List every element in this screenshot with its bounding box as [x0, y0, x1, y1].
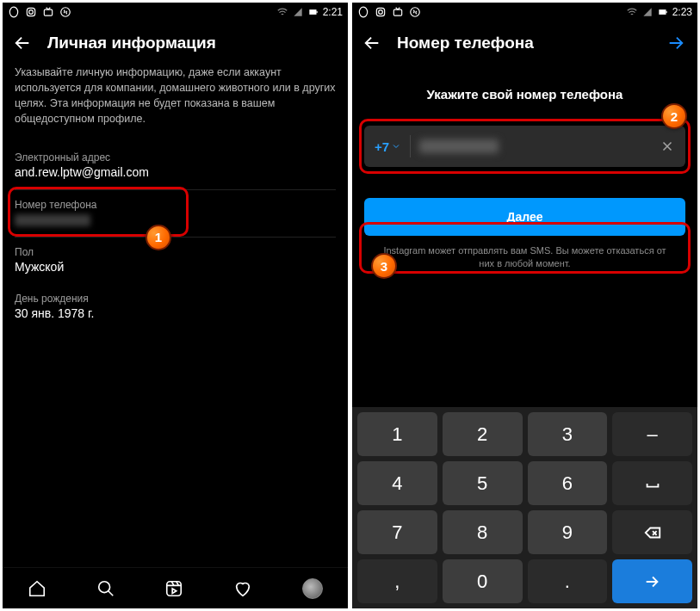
profile-avatar[interactable] [302, 578, 323, 599]
chevron-down-icon [391, 141, 401, 151]
birthday-value: 30 янв. 1978 г. [15, 306, 336, 320]
svg-rect-1 [27, 8, 34, 15]
signal-icon [292, 6, 304, 18]
numeric-keypad: 1 2 3 – 4 5 6 7 8 9 , 0 . [352, 407, 697, 608]
phone-input[interactable]: +7 [364, 126, 685, 167]
svg-point-0 [9, 7, 17, 17]
back-icon[interactable] [13, 34, 32, 52]
key-backspace[interactable] [612, 510, 692, 554]
svg-point-9 [359, 7, 367, 17]
key-8[interactable]: 8 [443, 510, 523, 554]
key-0[interactable]: 0 [443, 559, 523, 603]
svg-rect-10 [376, 8, 384, 15]
svg-point-11 [379, 10, 383, 15]
clear-icon[interactable] [660, 139, 675, 154]
birthday-label: День рождения [15, 293, 336, 305]
email-value: and.rew.lptw@gmail.com [15, 165, 336, 179]
enter-phone-heading: Укажите свой номер телефона [364, 87, 685, 102]
key-4[interactable]: 4 [357, 461, 437, 505]
svg-rect-6 [316, 11, 317, 13]
wifi-icon [276, 6, 288, 18]
search-icon[interactable] [96, 579, 115, 598]
app-header: Номер телефона [352, 22, 697, 65]
svg-point-4 [61, 8, 71, 17]
right-screen: 2:23 Номер телефона Укажите свой номер т… [352, 3, 697, 608]
ig-icon [25, 6, 37, 18]
status-time: 2:21 [323, 6, 343, 18]
gender-value: Мужской [15, 260, 336, 274]
key-9[interactable]: 9 [528, 510, 608, 554]
opera-icon [357, 6, 369, 18]
ig-icon [375, 6, 387, 18]
key-2[interactable]: 2 [443, 412, 523, 456]
info-description: Указывайте личную информацию, даже если … [3, 65, 348, 143]
status-time: 2:23 [672, 6, 692, 18]
key-dash[interactable]: – [612, 412, 692, 456]
key-3[interactable]: 3 [528, 412, 608, 456]
svg-point-2 [29, 10, 34, 15]
tv-icon [392, 6, 404, 18]
status-bar: 2:21 [3, 3, 348, 22]
signal-icon [641, 6, 654, 18]
battery-icon [307, 6, 319, 18]
reels-icon[interactable] [164, 579, 183, 598]
country-code-selector[interactable]: +7 [375, 139, 401, 154]
key-1[interactable]: 1 [357, 412, 437, 456]
battery-icon [657, 6, 669, 18]
gender-field[interactable]: Пол Мужской [3, 238, 348, 284]
page-title: Личная информация [47, 34, 216, 52]
svg-rect-14 [659, 9, 666, 15]
birthday-field[interactable]: День рождения 30 янв. 1978 г. [3, 284, 348, 330]
svg-rect-8 [167, 581, 182, 596]
page-title: Номер телефона [397, 34, 534, 52]
next-button[interactable]: Далее [364, 198, 685, 236]
email-field[interactable]: Электронный адрес and.rew.lptw@gmail.com [3, 143, 348, 189]
svg-point-13 [411, 8, 420, 17]
bottom-nav [3, 567, 348, 608]
wifi-icon [626, 6, 638, 18]
forward-icon[interactable] [666, 34, 685, 52]
key-comma[interactable]: , [357, 559, 437, 603]
key-enter[interactable] [612, 559, 692, 603]
tv-icon [42, 6, 54, 18]
key-6[interactable]: 6 [528, 461, 608, 505]
svg-rect-15 [666, 11, 666, 13]
key-dot[interactable]: . [528, 559, 608, 603]
phone-value-blurred [15, 214, 90, 226]
phone-field[interactable]: Номер телефона [3, 190, 348, 237]
left-screen: 2:21 Личная информация Указывайте личную… [3, 3, 348, 608]
svg-rect-12 [393, 9, 401, 15]
phone-number-blurred [419, 139, 499, 153]
svg-rect-5 [309, 9, 316, 15]
gender-label: Пол [15, 246, 336, 258]
home-icon[interactable] [28, 579, 46, 598]
phone-label: Номер телефона [15, 199, 336, 211]
shazam-icon [59, 6, 71, 18]
email-label: Электронный адрес [15, 151, 336, 164]
app-header: Личная информация [3, 22, 348, 65]
sms-hint: Instagram может отправлять вам SMS. Вы м… [364, 244, 685, 271]
status-bar: 2:23 [352, 3, 697, 22]
svg-rect-3 [44, 9, 52, 15]
back-icon[interactable] [362, 34, 381, 52]
key-7[interactable]: 7 [357, 510, 437, 554]
opera-icon [8, 6, 20, 18]
key-space[interactable] [612, 461, 692, 505]
svg-point-7 [98, 581, 109, 592]
shazam-icon [409, 6, 421, 18]
key-5[interactable]: 5 [443, 461, 523, 505]
heart-icon[interactable] [233, 579, 252, 598]
